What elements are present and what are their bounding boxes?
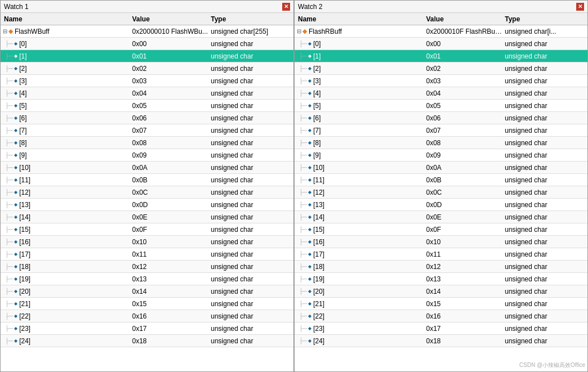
watch2-row-18[interactable]: ├─ ◆ [18] 0x12 unsigned char: [295, 261, 587, 273]
watch1-row-5[interactable]: ├─ ◆ [5] 0x05 unsigned char: [1, 100, 293, 112]
diamond-icon: ◆: [308, 338, 311, 343]
watch2-row-6[interactable]: ├─ ◆ [6] 0x06 unsigned char: [295, 112, 587, 124]
watch2-row-23[interactable]: ├─ ◆ [23] 0x17 unsigned char: [295, 322, 587, 335]
watch2-row-22[interactable]: ├─ ◆ [22] 0x16 unsigned char: [295, 310, 587, 322]
watch2-row-12[interactable]: ├─ ◆ [12] 0x0C unsigned char: [295, 186, 587, 199]
diamond-icon: ◆: [308, 227, 311, 232]
watch1-root-name: ⊟ ◆ FlashWBuff: [1, 28, 130, 35]
diamond-icon: ◆: [14, 41, 17, 46]
tree-line-icon: ├─: [5, 288, 13, 294]
watch2-row-0[interactable]: ├─ ◆ [0] 0x00 unsigned char: [295, 38, 587, 50]
watch1-cell-type-8: unsigned char: [209, 139, 293, 147]
watch2-row-4[interactable]: ├─ ◆ [4] 0x04 unsigned char: [295, 87, 587, 100]
watch2-row-13[interactable]: ├─ ◆ [13] 0x0D unsigned char: [295, 199, 587, 211]
watch2-index-label-11: [11]: [313, 176, 324, 184]
watch1-table[interactable]: ⊟ ◆ FlashWBuff 0x20000010 FlashWBu... un…: [1, 25, 293, 371]
watch2-row-19[interactable]: ├─ ◆ [19] 0x13 unsigned char: [295, 273, 587, 285]
diamond-icon: ◆: [308, 239, 311, 244]
watch1-cell-name-3: ├─ ◆ [3]: [1, 77, 130, 85]
watch1-cell-value-1: 0x01: [130, 52, 209, 60]
watch2-row-11[interactable]: ├─ ◆ [11] 0x0B unsigned char: [295, 174, 587, 186]
watch1-row-7[interactable]: ├─ ◆ [7] 0x07 unsigned char: [1, 124, 293, 137]
watch2-cell-name-19: ├─ ◆ [19]: [295, 275, 424, 283]
watch2-cell-name-5: ├─ ◆ [5]: [295, 102, 424, 110]
watch1-cell-value-24: 0x18: [130, 337, 209, 345]
watch2-row-2[interactable]: ├─ ◆ [2] 0x02 unsigned char: [295, 62, 587, 75]
diamond-icon: ◆: [308, 115, 311, 120]
watch1-cell-name-13: ├─ ◆ [13]: [1, 201, 130, 209]
watch2-row-10[interactable]: ├─ ◆ [10] 0x0A unsigned char: [295, 162, 587, 174]
watch1-row-22[interactable]: ├─ ◆ [22] 0x16 unsigned char: [1, 310, 293, 322]
watch1-row-19[interactable]: ├─ ◆ [19] 0x13 unsigned char: [1, 273, 293, 285]
tree-line-icon: ├─: [299, 226, 307, 232]
watch1-row-24[interactable]: ├─ ◆ [24] 0x18 unsigned char: [1, 335, 293, 347]
watch1-row-4[interactable]: ├─ ◆ [4] 0x04 unsigned char: [1, 87, 293, 100]
watch1-row-23[interactable]: ├─ ◆ [23] 0x17 unsigned char: [1, 322, 293, 335]
diamond-icon: ◆: [308, 78, 311, 83]
diamond-icon: ◆: [308, 103, 311, 108]
watch2-row-1[interactable]: ├─ ◆ [1] 0x01 unsigned char: [295, 50, 587, 62]
watch2-index-label-23: [23]: [313, 325, 324, 333]
diamond-icon: ◆: [14, 103, 17, 108]
watch2-root-icon: ◆: [302, 28, 307, 35]
watch2-cell-type-18: unsigned char: [503, 263, 587, 271]
watch1-index-label-22: [22]: [19, 312, 30, 320]
watch2-index-label-10: [10]: [313, 164, 324, 172]
watch2-row-16[interactable]: ├─ ◆ [16] 0x10 unsigned char: [295, 236, 587, 248]
watch1-row-1[interactable]: ├─ ◆ [1] 0x01 unsigned char: [1, 50, 293, 62]
tree-line-icon: ├─: [5, 164, 13, 171]
diamond-icon: ◆: [14, 264, 17, 269]
watch2-row-20[interactable]: ├─ ◆ [20] 0x14 unsigned char: [295, 285, 587, 298]
watch2-row-14[interactable]: ├─ ◆ [14] 0x0E unsigned char: [295, 211, 587, 223]
diamond-icon: ◆: [14, 140, 17, 145]
watch1-cell-name-11: ├─ ◆ [11]: [1, 176, 130, 184]
watch1-row-18[interactable]: ├─ ◆ [18] 0x12 unsigned char: [1, 261, 293, 273]
watch1-row-15[interactable]: ├─ ◆ [15] 0x0F unsigned char: [1, 223, 293, 236]
watch2-row-17[interactable]: ├─ ◆ [17] 0x11 unsigned char: [295, 248, 587, 261]
watch1-expand-icon[interactable]: ⊟: [3, 28, 7, 34]
diamond-icon: ◆: [14, 252, 17, 257]
watch1-row-17[interactable]: ├─ ◆ [17] 0x11 unsigned char: [1, 248, 293, 261]
watch1-root-row[interactable]: ⊟ ◆ FlashWBuff 0x20000010 FlashWBu... un…: [1, 25, 293, 38]
watch1-close-button[interactable]: ✕: [282, 3, 290, 11]
watch1-row-20[interactable]: ├─ ◆ [20] 0x14 unsigned char: [1, 285, 293, 298]
watch2-row-21[interactable]: ├─ ◆ [21] 0x15 unsigned char: [295, 298, 587, 310]
watch1-row-11[interactable]: ├─ ◆ [11] 0x0B unsigned char: [1, 174, 293, 186]
watch2-cell-name-12: ├─ ◆ [12]: [295, 189, 424, 196]
watch1-index-label-16: [16]: [19, 238, 30, 246]
watch1-row-21[interactable]: ├─ ◆ [21] 0x15 unsigned char: [1, 298, 293, 310]
watch1-row-14[interactable]: ├─ ◆ [14] 0x0E unsigned char: [1, 211, 293, 223]
watch2-row-7[interactable]: ├─ ◆ [7] 0x07 unsigned char: [295, 124, 587, 137]
watch1-row-12[interactable]: ├─ ◆ [12] 0x0C unsigned char: [1, 186, 293, 199]
watch1-row-9[interactable]: ├─ ◆ [9] 0x09 unsigned char: [1, 149, 293, 162]
watch1-cell-name-4: ├─ ◆ [4]: [1, 89, 130, 97]
watch2-close-button[interactable]: ✕: [576, 3, 584, 11]
watch2-row-8[interactable]: ├─ ◆ [8] 0x08 unsigned char: [295, 137, 587, 149]
tree-line-icon: ├─: [5, 78, 13, 84]
watch2-cell-value-21: 0x15: [424, 300, 503, 308]
watch2-row-9[interactable]: ├─ ◆ [9] 0x09 unsigned char: [295, 149, 587, 162]
watch1-cell-name-23: ├─ ◆ [23]: [1, 325, 130, 333]
tree-line-icon: ├─: [299, 65, 307, 71]
watch2-cell-value-15: 0x0F: [424, 226, 503, 234]
watch2-expand-icon[interactable]: ⊟: [297, 28, 301, 34]
watch1-row-0[interactable]: ├─ ◆ [0] 0x00 unsigned char: [1, 38, 293, 50]
watch2-row-24[interactable]: ├─ ◆ [24] 0x18 unsigned char: [295, 335, 587, 347]
watch2-root-row[interactable]: ⊟ ◆ FlashRBuff 0x2000010F FlashRBuf... u…: [295, 25, 587, 38]
watch1-row-16[interactable]: ├─ ◆ [16] 0x10 unsigned char: [1, 236, 293, 248]
watch1-row-10[interactable]: ├─ ◆ [10] 0x0A unsigned char: [1, 162, 293, 174]
watch2-row-15[interactable]: ├─ ◆ [15] 0x0F unsigned char: [295, 223, 587, 236]
watch1-row-2[interactable]: ├─ ◆ [2] 0x02 unsigned char: [1, 62, 293, 75]
watch2-row-5[interactable]: ├─ ◆ [5] 0x05 unsigned char: [295, 100, 587, 112]
watch1-row-3[interactable]: ├─ ◆ [3] 0x03 unsigned char: [1, 75, 293, 87]
watch2-row-3[interactable]: ├─ ◆ [3] 0x03 unsigned char: [295, 75, 587, 87]
diamond-icon: ◆: [308, 153, 311, 158]
watch1-root-value: 0x20000010 FlashWBu...: [130, 28, 209, 35]
watch1-row-13[interactable]: ├─ ◆ [13] 0x0D unsigned char: [1, 199, 293, 211]
watch2-table[interactable]: ⊟ ◆ FlashRBuff 0x2000010F FlashRBuf... u…: [295, 25, 587, 371]
watch2-cell-type-6: unsigned char: [503, 114, 587, 122]
watch2-cell-type-1: unsigned char: [503, 52, 587, 60]
watch1-index-label-4: [4]: [19, 89, 26, 97]
watch1-row-8[interactable]: ├─ ◆ [8] 0x08 unsigned char: [1, 137, 293, 149]
watch1-row-6[interactable]: ├─ ◆ [6] 0x06 unsigned char: [1, 112, 293, 124]
